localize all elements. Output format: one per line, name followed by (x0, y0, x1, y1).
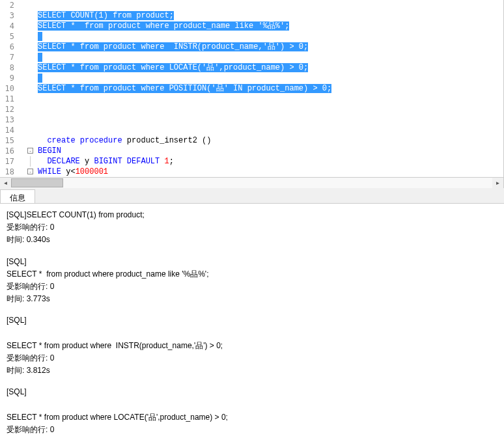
line-number: 9 (0, 73, 20, 83)
output-line (7, 327, 497, 340)
code-text[interactable] (35, 31, 503, 42)
code-line[interactable]: 17 DECLARE y BIGINT DEFAULT 1; (0, 156, 503, 167)
fold-toggle-icon[interactable]: - (27, 148, 33, 154)
output-block: [SQL] SELECT * from product where LOCATE… (7, 386, 497, 438)
line-number: 12 (0, 104, 20, 115)
output-panel[interactable]: [SQL]SELECT COUNT(1) from product;受影响的行:… (0, 204, 504, 438)
code-text[interactable]: SELECT * from product where product_name… (35, 21, 503, 31)
line-number: 16 (0, 146, 20, 156)
code-line[interactable]: 12 (0, 104, 503, 115)
output-line: [SQL] (7, 386, 497, 398)
code-editor[interactable]: 23SELECT COUNT(1) from product;4SELECT *… (0, 0, 504, 188)
code-text[interactable]: WHILE y<1000001 (35, 167, 503, 177)
line-number: 11 (0, 94, 20, 104)
line-number: 14 (0, 125, 20, 135)
code-line[interactable]: 14 (0, 125, 503, 135)
code-line[interactable]: 5 (0, 31, 503, 42)
line-number: 10 (0, 83, 20, 94)
output-block: [SQL] SELECT * from product where INSTR(… (7, 314, 497, 377)
info-tab[interactable]: 信息 (0, 189, 35, 203)
line-number: 13 (0, 115, 20, 125)
code-line[interactable]: 7 (0, 52, 503, 62)
code-text[interactable] (35, 94, 503, 104)
code-line[interactable]: 15 create procedure product_insert2 () (0, 135, 503, 146)
output-block: [SQL]SELECT * from product where product… (7, 256, 497, 306)
code-line[interactable]: 8SELECT * from product where LOCATE('品',… (0, 62, 503, 73)
code-line[interactable]: 18-WHILE y<1000001 (0, 167, 503, 177)
output-line: 时间: 3.812s (7, 364, 497, 377)
line-number: 17 (0, 156, 20, 167)
output-line: SELECT * from product where LOCATE('品',p… (7, 411, 497, 424)
scroll-thumb[interactable] (11, 178, 63, 187)
output-line: 受影响的行: 0 (7, 424, 497, 436)
line-number: 5 (0, 31, 20, 42)
code-text[interactable] (35, 104, 503, 115)
code-line[interactable]: 10SELECT * from product where POSITION('… (0, 83, 503, 94)
horizontal-scrollbar[interactable]: ◄ ► (0, 177, 503, 188)
code-line[interactable]: 9 (0, 73, 503, 83)
line-number: 8 (0, 62, 20, 73)
code-text[interactable] (35, 73, 503, 83)
line-number: 7 (0, 52, 20, 62)
line-number: 6 (0, 42, 20, 52)
code-line[interactable]: 3SELECT COUNT(1) from product; (0, 10, 503, 21)
output-line: SELECT * from product where product_name… (7, 268, 497, 281)
scroll-right-arrow[interactable]: ► (492, 178, 503, 189)
code-line[interactable]: 11 (0, 94, 503, 104)
code-line[interactable]: 13 (0, 115, 503, 125)
line-number: 3 (0, 10, 20, 21)
code-text[interactable] (35, 52, 503, 62)
line-number: 4 (0, 21, 20, 31)
output-line (7, 398, 497, 411)
code-text[interactable]: SELECT * from product where LOCATE('品',p… (35, 62, 503, 73)
output-line: 受影响的行: 0 (7, 221, 497, 234)
code-line[interactable]: 2 (0, 0, 503, 10)
output-line: [SQL] (7, 314, 497, 327)
output-line: SELECT * from product where INSTR(produc… (7, 340, 497, 352)
code-text[interactable]: SELECT * from product where POSITION('品'… (35, 83, 503, 94)
output-line: [SQL]SELECT COUNT(1) from product; (7, 209, 497, 221)
output-line: 时间: 0.340s (7, 234, 497, 246)
output-tab-bar: 信息 (0, 188, 504, 204)
code-text[interactable]: DECLARE y BIGINT DEFAULT 1; (35, 156, 503, 167)
scroll-left-arrow[interactable]: ◄ (0, 178, 11, 189)
code-text[interactable] (35, 115, 503, 125)
code-text[interactable]: BEGIN (35, 146, 503, 156)
line-number: 18 (0, 167, 20, 177)
code-line[interactable]: 4SELECT * from product where product_nam… (0, 21, 503, 31)
output-block: [SQL]SELECT COUNT(1) from product;受影响的行:… (7, 209, 497, 247)
code-line[interactable]: 16-BEGIN (0, 146, 503, 156)
output-line: [SQL] (7, 256, 497, 268)
fold-toggle-icon[interactable]: - (27, 169, 33, 174)
line-number: 15 (0, 135, 20, 146)
code-text[interactable]: SELECT COUNT(1) from product; (35, 10, 503, 21)
output-line: 受影响的行: 0 (7, 281, 497, 293)
code-text[interactable]: create procedure product_insert2 () (35, 135, 503, 146)
scroll-track[interactable] (11, 178, 492, 188)
output-line: 时间: 3.773s (7, 293, 497, 305)
code-text[interactable]: SELECT * from product where INSTR(produc… (35, 42, 503, 52)
code-text[interactable] (35, 125, 503, 135)
line-number: 2 (0, 0, 20, 10)
code-text[interactable] (35, 0, 503, 10)
code-line[interactable]: 6SELECT * from product where INSTR(produ… (0, 42, 503, 52)
output-line: 受影响的行: 0 (7, 352, 497, 364)
